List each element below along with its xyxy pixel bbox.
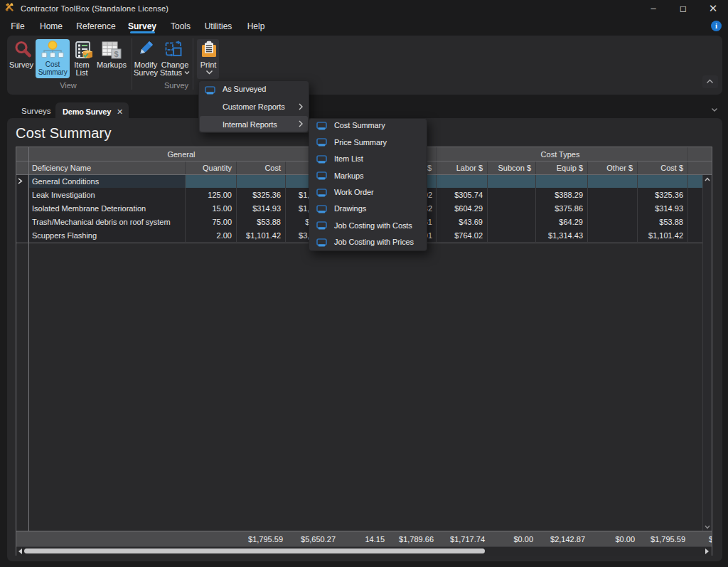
svg-text:$: $ [114,50,118,58]
